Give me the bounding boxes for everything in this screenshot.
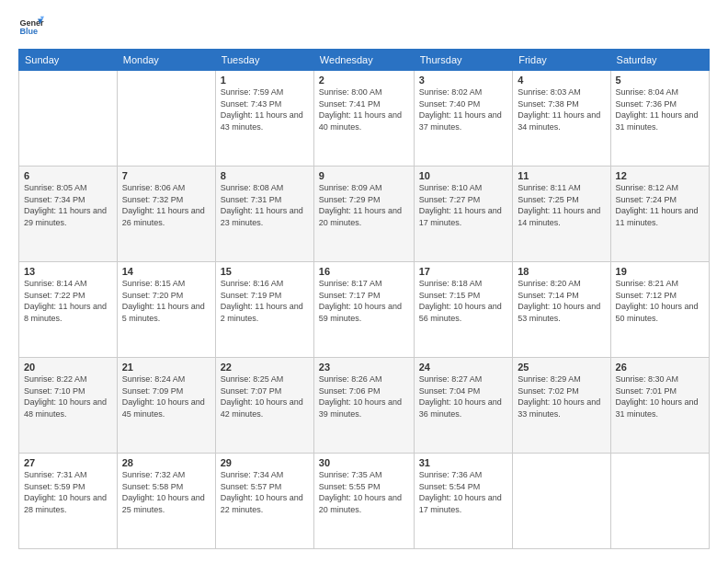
- day-cell: 24Sunrise: 8:27 AM Sunset: 7:04 PM Dayli…: [414, 358, 513, 454]
- day-number: 18: [518, 266, 605, 277]
- header-cell-friday: Friday: [513, 50, 610, 71]
- day-number: 2: [319, 75, 409, 86]
- day-info: Sunrise: 8:22 AM Sunset: 7:10 PM Dayligh…: [24, 373, 112, 419]
- svg-text:Blue: Blue: [19, 27, 38, 36]
- header-cell-sunday: Sunday: [19, 50, 118, 71]
- day-info: Sunrise: 7:34 AM Sunset: 5:57 PM Dayligh…: [221, 469, 309, 515]
- header-cell-monday: Monday: [117, 50, 215, 71]
- day-info: Sunrise: 8:29 AM Sunset: 7:02 PM Dayligh…: [518, 373, 605, 419]
- day-number: 14: [122, 266, 210, 277]
- day-cell: [117, 71, 215, 167]
- day-info: Sunrise: 7:59 AM Sunset: 7:43 PM Dayligh…: [221, 86, 309, 132]
- day-cell: 23Sunrise: 8:26 AM Sunset: 7:06 PM Dayli…: [313, 358, 414, 454]
- day-cell: 20Sunrise: 8:22 AM Sunset: 7:10 PM Dayli…: [19, 358, 118, 454]
- day-cell: 18Sunrise: 8:20 AM Sunset: 7:14 PM Dayli…: [513, 262, 610, 358]
- day-cell: 29Sunrise: 7:34 AM Sunset: 5:57 PM Dayli…: [215, 454, 313, 549]
- day-info: Sunrise: 7:36 AM Sunset: 5:54 PM Dayligh…: [419, 469, 508, 515]
- day-number: 13: [24, 266, 112, 277]
- header-cell-thursday: Thursday: [414, 50, 513, 71]
- day-cell: 3Sunrise: 8:02 AM Sunset: 7:40 PM Daylig…: [414, 71, 513, 167]
- page: General Blue SundayMondayTuesdayWednesda…: [0, 0, 728, 563]
- day-cell: 19Sunrise: 8:21 AM Sunset: 7:12 PM Dayli…: [610, 262, 709, 358]
- day-info: Sunrise: 8:03 AM Sunset: 7:38 PM Dayligh…: [518, 86, 605, 132]
- day-number: 23: [319, 362, 409, 373]
- day-number: 5: [616, 75, 704, 86]
- day-cell: 13Sunrise: 8:14 AM Sunset: 7:22 PM Dayli…: [19, 262, 118, 358]
- day-number: 21: [122, 362, 210, 373]
- day-info: Sunrise: 8:10 AM Sunset: 7:27 PM Dayligh…: [419, 182, 508, 228]
- day-cell: 11Sunrise: 8:11 AM Sunset: 7:25 PM Dayli…: [513, 167, 610, 262]
- day-info: Sunrise: 8:05 AM Sunset: 7:34 PM Dayligh…: [24, 182, 112, 228]
- header-cell-saturday: Saturday: [610, 50, 709, 71]
- day-info: Sunrise: 8:15 AM Sunset: 7:20 PM Dayligh…: [122, 278, 210, 324]
- day-cell: 2Sunrise: 8:00 AM Sunset: 7:41 PM Daylig…: [313, 71, 414, 167]
- day-number: 24: [419, 362, 508, 373]
- day-number: 28: [122, 457, 210, 468]
- day-info: Sunrise: 8:30 AM Sunset: 7:01 PM Dayligh…: [616, 373, 704, 419]
- week-row-2: 6Sunrise: 8:05 AM Sunset: 7:34 PM Daylig…: [19, 167, 710, 262]
- day-info: Sunrise: 8:27 AM Sunset: 7:04 PM Dayligh…: [419, 373, 508, 419]
- day-number: 20: [24, 362, 112, 373]
- day-cell: 16Sunrise: 8:17 AM Sunset: 7:17 PM Dayli…: [313, 262, 414, 358]
- day-info: Sunrise: 8:14 AM Sunset: 7:22 PM Dayligh…: [24, 278, 112, 324]
- day-info: Sunrise: 7:31 AM Sunset: 5:59 PM Dayligh…: [24, 469, 112, 515]
- day-cell: 6Sunrise: 8:05 AM Sunset: 7:34 PM Daylig…: [19, 167, 118, 262]
- day-number: 4: [518, 75, 605, 86]
- day-number: 31: [419, 457, 508, 468]
- day-cell: [513, 454, 610, 549]
- day-number: 15: [221, 266, 309, 277]
- day-number: 29: [221, 457, 309, 468]
- header-cell-wednesday: Wednesday: [313, 50, 414, 71]
- day-cell: 12Sunrise: 8:12 AM Sunset: 7:24 PM Dayli…: [610, 167, 709, 262]
- day-number: 8: [221, 170, 309, 181]
- day-info: Sunrise: 7:35 AM Sunset: 5:55 PM Dayligh…: [319, 469, 409, 515]
- day-cell: 5Sunrise: 8:04 AM Sunset: 7:36 PM Daylig…: [610, 71, 709, 167]
- day-cell: 21Sunrise: 8:24 AM Sunset: 7:09 PM Dayli…: [117, 358, 215, 454]
- day-cell: 8Sunrise: 8:08 AM Sunset: 7:31 PM Daylig…: [215, 167, 313, 262]
- day-number: 9: [319, 170, 409, 181]
- week-row-3: 13Sunrise: 8:14 AM Sunset: 7:22 PM Dayli…: [19, 262, 710, 358]
- day-info: Sunrise: 8:18 AM Sunset: 7:15 PM Dayligh…: [419, 278, 508, 324]
- calendar-table: SundayMondayTuesdayWednesdayThursdayFrid…: [18, 49, 710, 549]
- day-number: 11: [518, 170, 605, 181]
- week-row-5: 27Sunrise: 7:31 AM Sunset: 5:59 PM Dayli…: [19, 454, 710, 549]
- day-cell: 9Sunrise: 8:09 AM Sunset: 7:29 PM Daylig…: [313, 167, 414, 262]
- day-cell: 30Sunrise: 7:35 AM Sunset: 5:55 PM Dayli…: [313, 454, 414, 549]
- logo-icon: General Blue: [18, 14, 44, 40]
- day-cell: 25Sunrise: 8:29 AM Sunset: 7:02 PM Dayli…: [513, 358, 610, 454]
- day-cell: 27Sunrise: 7:31 AM Sunset: 5:59 PM Dayli…: [19, 454, 118, 549]
- day-number: 17: [419, 266, 508, 277]
- day-info: Sunrise: 8:12 AM Sunset: 7:24 PM Dayligh…: [616, 182, 704, 228]
- day-cell: 28Sunrise: 7:32 AM Sunset: 5:58 PM Dayli…: [117, 454, 215, 549]
- day-info: Sunrise: 8:09 AM Sunset: 7:29 PM Dayligh…: [319, 182, 409, 228]
- day-cell: 15Sunrise: 8:16 AM Sunset: 7:19 PM Dayli…: [215, 262, 313, 358]
- day-cell: 1Sunrise: 7:59 AM Sunset: 7:43 PM Daylig…: [215, 71, 313, 167]
- day-info: Sunrise: 8:17 AM Sunset: 7:17 PM Dayligh…: [319, 278, 409, 324]
- day-info: Sunrise: 8:00 AM Sunset: 7:41 PM Dayligh…: [319, 86, 409, 132]
- day-cell: 7Sunrise: 8:06 AM Sunset: 7:32 PM Daylig…: [117, 167, 215, 262]
- day-cell: 10Sunrise: 8:10 AM Sunset: 7:27 PM Dayli…: [414, 167, 513, 262]
- day-info: Sunrise: 8:26 AM Sunset: 7:06 PM Dayligh…: [319, 373, 409, 419]
- day-number: 7: [122, 170, 210, 181]
- day-info: Sunrise: 8:25 AM Sunset: 7:07 PM Dayligh…: [221, 373, 309, 419]
- day-info: Sunrise: 8:21 AM Sunset: 7:12 PM Dayligh…: [616, 278, 704, 324]
- week-row-4: 20Sunrise: 8:22 AM Sunset: 7:10 PM Dayli…: [19, 358, 710, 454]
- header-row: SundayMondayTuesdayWednesdayThursdayFrid…: [19, 50, 710, 71]
- day-cell: 4Sunrise: 8:03 AM Sunset: 7:38 PM Daylig…: [513, 71, 610, 167]
- week-row-1: 1Sunrise: 7:59 AM Sunset: 7:43 PM Daylig…: [19, 71, 710, 167]
- day-cell: 17Sunrise: 8:18 AM Sunset: 7:15 PM Dayli…: [414, 262, 513, 358]
- day-info: Sunrise: 8:16 AM Sunset: 7:19 PM Dayligh…: [221, 278, 309, 324]
- day-cell: 31Sunrise: 7:36 AM Sunset: 5:54 PM Dayli…: [414, 454, 513, 549]
- day-info: Sunrise: 8:02 AM Sunset: 7:40 PM Dayligh…: [419, 86, 508, 132]
- day-info: Sunrise: 8:24 AM Sunset: 7:09 PM Dayligh…: [122, 373, 210, 419]
- day-number: 10: [419, 170, 508, 181]
- day-number: 26: [616, 362, 704, 373]
- day-number: 16: [319, 266, 409, 277]
- day-info: Sunrise: 8:11 AM Sunset: 7:25 PM Dayligh…: [518, 182, 605, 228]
- logo: General Blue: [18, 14, 44, 40]
- day-number: 30: [319, 457, 409, 468]
- day-number: 6: [24, 170, 112, 181]
- day-number: 3: [419, 75, 508, 86]
- day-number: 22: [221, 362, 309, 373]
- header: General Blue: [18, 14, 710, 40]
